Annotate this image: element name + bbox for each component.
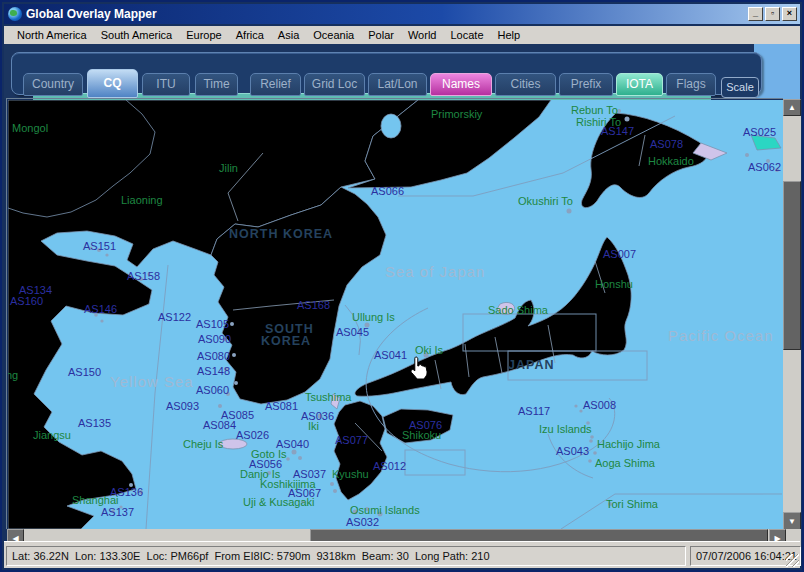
map-place-label-mongol: Mongol xyxy=(12,122,48,134)
lake-khanka xyxy=(381,114,401,138)
title-bar: Global Overlay Mapper _ ▫ × xyxy=(4,4,800,24)
honshu-landmass xyxy=(355,237,631,396)
map-iota-label-as122: AS122 xyxy=(158,311,191,323)
toolbar-button-prefix[interactable]: Prefix xyxy=(559,73,613,96)
map-iota-label-as105: AS105 xyxy=(196,318,229,330)
scroll-up-button[interactable]: ▲ xyxy=(783,99,801,116)
map-iota-label-as056: AS056 xyxy=(249,458,282,470)
toolbar-button-names[interactable]: Names xyxy=(430,73,492,96)
toolbar-button-cities[interactable]: Cities xyxy=(495,73,556,96)
menu-item-help[interactable]: Help xyxy=(491,27,528,43)
map-iota-label-as062: AS062 xyxy=(748,161,781,173)
map-place-label-aoga-shima: Aoga Shima xyxy=(595,457,656,469)
map-iota-label-as093: AS093 xyxy=(166,400,199,412)
map-iota-label-as147: AS147 xyxy=(601,125,634,137)
kyushu-landmass xyxy=(334,401,387,500)
map-iota-label-as084: AS084 xyxy=(203,419,236,431)
map-iota-label-as026: AS026 xyxy=(236,429,269,441)
map-iota-label-as041: AS041 xyxy=(374,349,407,361)
map-place-label-hachijo-jima: Hachijo Jima xyxy=(597,438,661,450)
map-iota-label-as032: AS032 xyxy=(346,516,379,528)
map-sea-label-sea-of-japan: Sea of Japan xyxy=(385,263,485,280)
map-place-label-izu-islands: Izu Islands xyxy=(539,423,592,435)
map-iota-label-as148: AS148 xyxy=(197,365,230,377)
map-country-label-japan: JAPAN xyxy=(508,358,554,372)
status-datetime-panel: 07/07/2006 16:04:21 xyxy=(690,546,801,566)
map-iota-label-as077: AS077 xyxy=(335,434,368,446)
menu-bar: North AmericaSouth AmericaEuropeAfricaAs… xyxy=(4,26,800,44)
menu-item-europe[interactable]: Europe xyxy=(179,27,228,43)
resize-grip[interactable] xyxy=(786,554,799,567)
menu-item-south-america[interactable]: South America xyxy=(94,27,180,43)
map-iota-label-as045: AS045 xyxy=(336,326,369,338)
map-iota-label-as066: AS066 xyxy=(371,185,404,197)
map-iota-label-as146: AS146 xyxy=(84,303,117,315)
close-button[interactable]: × xyxy=(782,7,797,21)
map-iota-label-as168: AS168 xyxy=(297,299,330,311)
toolbar-button-grid-loc[interactable]: Grid Loc xyxy=(304,73,365,96)
map-place-label-okushiri-to: Okushiri To xyxy=(518,195,573,207)
v-scrollbar-thumb[interactable] xyxy=(783,181,801,350)
menu-item-asia[interactable]: Asia xyxy=(271,27,306,43)
window-title: Global Overlay Mapper xyxy=(26,7,157,21)
map-place-label-rebun-to: Rebun To xyxy=(571,104,618,116)
map-iota-label-as150: AS150 xyxy=(68,366,101,378)
map-iota-label-as151: AS151 xyxy=(83,240,116,252)
map-place-label-liaoning: Liaoning xyxy=(121,194,163,206)
map-place-label-tsushima: Tsushima xyxy=(305,391,352,403)
app-window: Global Overlay Mapper _ ▫ × North Americ… xyxy=(0,0,804,572)
map-iota-label-as025: AS025 xyxy=(743,126,776,138)
menu-item-africa[interactable]: Africa xyxy=(229,27,271,43)
map-place-label-honshu: Honshu xyxy=(595,278,633,290)
map-place-label-ng: ng xyxy=(8,369,18,381)
map-iota-label-as135: AS135 xyxy=(78,417,111,429)
toolbar-button-cq[interactable]: CQ xyxy=(87,69,138,98)
toolbar-panel: CountryCQITUTimeReliefGrid LocLat/LonNam… xyxy=(11,52,762,95)
status-position-panel: Lat: 36.22N Lon: 133.30E Loc: PM66pf Fro… xyxy=(6,546,686,566)
toolbar-zone: CountryCQITUTimeReliefGrid LocLat/LonNam… xyxy=(4,44,800,99)
toolbar-button-country[interactable]: Country xyxy=(23,73,83,96)
hand-cursor-icon xyxy=(407,355,431,383)
status-bar: Lat: 36.22N Lon: 133.30E Loc: PM66pf Fro… xyxy=(4,541,800,568)
map-iota-label-as078: AS078 xyxy=(650,138,683,150)
map-iota-label-as160: AS160 xyxy=(10,295,43,307)
toolbar-button-flags[interactable]: Flags xyxy=(666,73,716,96)
map-place-label-jiangsu: Jiangsu xyxy=(33,429,71,441)
map-place-label-kyushu: Kyushu xyxy=(332,468,369,480)
map-iota-label-as117: AS117 xyxy=(518,405,550,417)
map-place-label-cheju-is: Cheju Is xyxy=(183,438,224,450)
map-canvas[interactable]: Sea of JapanYellow SeaPacific Ocean NORT… xyxy=(8,100,783,529)
minimize-button[interactable]: _ xyxy=(748,7,763,21)
map-iota-label-as090: AS090 xyxy=(198,333,231,345)
menu-item-world[interactable]: World xyxy=(401,27,444,43)
menu-item-oceania[interactable]: Oceania xyxy=(306,27,361,43)
toolbar-button-iota[interactable]: IOTA xyxy=(616,73,663,96)
map-iota-label-as137: AS137 xyxy=(101,506,134,518)
toolbar-button-time[interactable]: Time xyxy=(195,73,238,96)
toolbar-button-lat-lon[interactable]: Lat/Lon xyxy=(368,73,427,96)
toolbar-button-scale[interactable]: Scale xyxy=(721,77,759,98)
map-country-label-north-korea: NORTH KOREA xyxy=(229,227,333,241)
map-iota-label-as036: AS036 xyxy=(301,410,334,422)
map-place-label-osumi-islands: Osumi Islands xyxy=(350,504,420,516)
menu-item-locate[interactable]: Locate xyxy=(443,27,490,43)
toolbar-button-itu[interactable]: ITU xyxy=(142,73,190,96)
maximize-button[interactable]: ▫ xyxy=(765,7,780,21)
toolbar-button-relief[interactable]: Relief xyxy=(250,73,301,96)
map-place-label-sado-shima: Sado Shima xyxy=(488,304,549,316)
menu-item-polar[interactable]: Polar xyxy=(361,27,401,43)
map-iota-label-as158: AS158 xyxy=(127,270,160,282)
menu-item-north-america[interactable]: North America xyxy=(10,27,94,43)
map-iota-label-as043: AS043 xyxy=(556,445,589,457)
map-iota-label-as040: AS040 xyxy=(276,438,309,450)
map-frame: Sea of JapanYellow SeaPacific Ocean NORT… xyxy=(6,98,783,529)
map-sea-label-yellow-sea: Yellow Sea xyxy=(110,373,194,390)
map-iota-label-as037: AS037 xyxy=(293,468,326,480)
map-iota-label-as080: AS080 xyxy=(197,350,230,362)
map-iota-label-as136: AS136 xyxy=(110,486,143,498)
scroll-down-button[interactable]: ▼ xyxy=(783,512,801,530)
map-place-label-ullung-is: Ullung Is xyxy=(352,311,395,323)
map-place-label-jilin: Jilin xyxy=(219,162,238,174)
map-place-label-primorskiy: Primorskiy xyxy=(431,108,483,120)
map-svg: Sea of JapanYellow SeaPacific Ocean NORT… xyxy=(8,100,783,529)
